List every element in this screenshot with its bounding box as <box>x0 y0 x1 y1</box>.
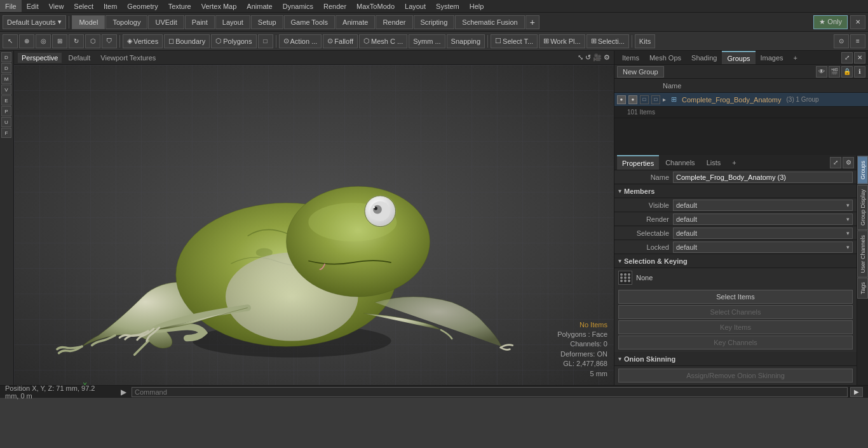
group-lock-toggle[interactable]: □ <box>651 95 660 104</box>
props-tab-lists[interactable]: Lists <box>702 155 726 170</box>
menu-select[interactable]: Select <box>69 0 98 12</box>
menu-dynamics[interactable]: Dynamics <box>278 0 318 12</box>
panel-tab-groups[interactable]: Groups <box>722 51 755 64</box>
sidebar-btn-4[interactable]: V <box>1 85 11 95</box>
panel-expand-icon[interactable]: ⤢ <box>841 52 853 64</box>
selecti-btn[interactable]: ⊞ Selecti... <box>587 34 629 48</box>
snapping-btn[interactable]: Snapping <box>447 34 485 48</box>
shield-icon[interactable]: ⛉ <box>102 34 117 48</box>
tab-setup[interactable]: Setup <box>251 15 283 29</box>
menu-maxtomodo[interactable]: MaxToModo <box>351 0 400 12</box>
tab-scripting[interactable]: Scripting <box>414 15 455 29</box>
menu-geometry[interactable]: Geometry <box>122 0 163 12</box>
tab-animate[interactable]: Animate <box>336 15 375 29</box>
tab-schematic-fusion[interactable]: Schematic Fusion <box>455 15 524 29</box>
selection-keying-header[interactable]: ▾ Selection & Keying <box>614 254 857 268</box>
menu-icon[interactable]: ≡ <box>850 34 865 48</box>
group-expand-icon[interactable]: ▸ <box>663 96 666 103</box>
groups-eye-icon[interactable]: 👁 <box>816 66 827 78</box>
boundary-btn[interactable]: ◻ Boundary <box>164 34 210 48</box>
square-sel-icon[interactable]: □ <box>258 34 273 48</box>
viewport-tab-perspective[interactable]: Perspective <box>18 53 62 63</box>
menu-help[interactable]: Help <box>465 0 489 12</box>
viewport-tab-default[interactable]: Default <box>64 53 94 63</box>
select-items-button[interactable]: Select Items <box>618 290 853 304</box>
viewport-camera-icon[interactable]: 🎥 <box>593 53 602 62</box>
panel-tab-mesh-ops[interactable]: Mesh Ops <box>644 51 686 64</box>
panel-tab-items[interactable]: Items <box>617 51 644 64</box>
sidebar-btn-8[interactable]: F <box>1 128 11 138</box>
visible-dropdown[interactable]: default ▾ <box>673 200 853 211</box>
add-tab-button[interactable]: + <box>526 15 539 29</box>
panel-collapse-icon[interactable]: ✕ <box>854 52 865 64</box>
symm-btn[interactable]: Symm ... <box>409 34 445 48</box>
tab-model[interactable]: Model <box>72 15 105 29</box>
menu-system[interactable]: System <box>431 0 465 12</box>
polygons-btn[interactable]: ⬡ Polygons <box>211 34 256 48</box>
tab-layout[interactable]: Layout <box>215 15 250 29</box>
select-tool-icon[interactable]: ↖ <box>3 34 18 48</box>
command-submit-button[interactable]: ▶ <box>850 387 863 397</box>
groups-render-icon[interactable]: 🎬 <box>829 66 840 78</box>
camera-icon[interactable]: ⊙ <box>834 34 849 48</box>
side-tab-tags[interactable]: Tags <box>857 278 868 299</box>
side-tab-group-display[interactable]: Group Display <box>857 185 868 230</box>
command-input[interactable] <box>132 387 848 397</box>
members-section-header[interactable]: ▾ Members <box>614 184 857 198</box>
tab-uvedit[interactable]: UVEdit <box>148 15 184 29</box>
lasso-icon[interactable]: ◎ <box>36 34 51 48</box>
viewport-refresh-icon[interactable]: ↺ <box>585 53 591 62</box>
command-arrow-icon[interactable]: ▶ <box>121 388 126 397</box>
menu-item[interactable]: Item <box>98 0 122 12</box>
tab-render[interactable]: Render <box>376 15 412 29</box>
select-t-btn[interactable]: ☐ Select T... <box>491 34 538 48</box>
panel-tab-more[interactable]: + <box>789 51 803 64</box>
viewport-canvas[interactable]: X Y Z No Items Polygons : Face Channels:… <box>14 65 614 385</box>
tab-paint[interactable]: Paint <box>185 15 215 29</box>
falloff-btn[interactable]: ⊙ Falloff <box>323 34 358 48</box>
hex-icon[interactable]: ⬡ <box>85 34 100 48</box>
tab-topology[interactable]: Topology <box>105 15 147 29</box>
globe-icon[interactable]: ⊕ <box>19 34 34 48</box>
menu-edit[interactable]: Edit <box>22 0 44 12</box>
sidebar-btn-5[interactable]: E <box>1 95 11 105</box>
vertices-btn[interactable]: ◈ Vertices <box>123 34 163 48</box>
menu-file[interactable]: File <box>0 0 22 12</box>
props-tab-channels[interactable]: Channels <box>660 155 700 170</box>
props-expand-icon[interactable]: ⤢ <box>830 157 841 168</box>
group-row[interactable]: ● ● □ □ ▸ ⊞ Complete_Frog_Body_Anatomy (… <box>614 93 868 107</box>
side-tab-user-channels[interactable]: User Channels <box>857 231 868 278</box>
group-select-toggle[interactable]: □ <box>640 95 649 104</box>
groups-lock-icon[interactable]: 🔒 <box>841 66 853 78</box>
menu-view[interactable]: View <box>44 0 69 12</box>
menu-vertex-map[interactable]: Vertex Map <box>196 0 242 12</box>
group-vis-toggle[interactable]: ● <box>617 95 626 104</box>
work-pl-btn[interactable]: ⊞ Work Pl... <box>539 34 585 48</box>
settings-icon[interactable]: ✕ <box>850 15 865 29</box>
viewport-maximize-icon[interactable]: ⤡ <box>578 53 583 62</box>
transform-icon[interactable]: ⊞ <box>52 34 67 48</box>
props-tab-properties[interactable]: Properties <box>617 155 659 170</box>
rotate-icon[interactable]: ↻ <box>69 34 84 48</box>
group-render-toggle[interactable]: ● <box>628 95 637 104</box>
sidebar-btn-1[interactable]: D <box>1 52 11 62</box>
sidebar-btn-7[interactable]: U <box>1 117 11 127</box>
sidebar-btn-3[interactable]: M <box>1 74 11 84</box>
selectable-dropdown[interactable]: default ▾ <box>673 227 853 239</box>
panel-tab-images[interactable]: Images <box>756 51 789 64</box>
menu-render[interactable]: Render <box>318 0 351 12</box>
star-only-btn[interactable]: ★ Only <box>813 15 848 29</box>
action-btn[interactable]: ⊙ Action ... <box>279 34 322 48</box>
layout-dropdown[interactable]: Default Layouts ▾ <box>3 15 66 29</box>
tab-gametools[interactable]: Game Tools <box>284 15 336 29</box>
locked-dropdown[interactable]: default ▾ <box>673 241 853 253</box>
menu-texture[interactable]: Texture <box>163 0 196 12</box>
sidebar-btn-2[interactable]: D <box>1 63 11 73</box>
props-settings-icon[interactable]: ⚙ <box>843 157 854 168</box>
onion-skinning-header[interactable]: ▾ Onion Skinning <box>614 352 857 366</box>
sidebar-btn-6[interactable]: P <box>1 106 11 116</box>
render-dropdown[interactable]: default ▾ <box>673 214 853 225</box>
props-tab-add[interactable]: + <box>727 155 741 170</box>
viewport-tab-viewport-textures[interactable]: Viewport Textures <box>97 53 159 63</box>
side-tab-groups[interactable]: Groups <box>857 156 868 184</box>
